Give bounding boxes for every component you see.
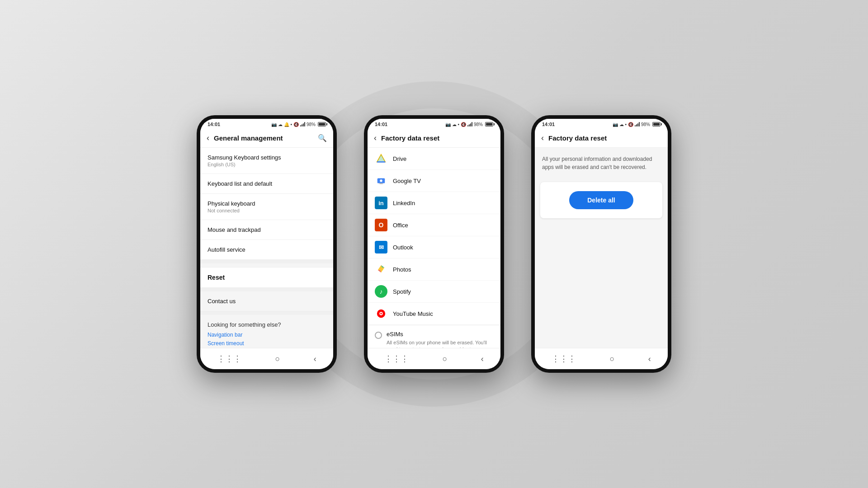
- settings-item-autofill[interactable]: Autofill service: [200, 240, 333, 260]
- phone1-nav-back[interactable]: ‹: [305, 352, 326, 366]
- phone2-nav-header: ‹ Factory data reset: [368, 129, 500, 148]
- phone1-nav-menu[interactable]: ⋮⋮⋮: [208, 352, 250, 366]
- phone1-divider2: [200, 288, 333, 291]
- phone1-icons: 📷 ☁ 🔔 •: [271, 122, 292, 127]
- phone1-settings-list: Samsung Keyboard settings English (US) K…: [200, 148, 333, 260]
- phone2-screen: 14:01 📷 ☁ • 🔇 98%: [368, 119, 500, 369]
- phone1-content: Samsung Keyboard settings English (US) K…: [200, 148, 333, 348]
- phone3-delete-all-button[interactable]: Delete all: [569, 191, 633, 209]
- googletv-icon: [375, 174, 387, 187]
- looking-link-screen-timeout[interactable]: Screen timeout: [208, 340, 326, 347]
- photos-label: Photos: [393, 266, 411, 273]
- drive-icon: [375, 152, 387, 165]
- phone1-page-title: General management: [214, 134, 318, 142]
- phone3-nav-bottom: ⋮⋮⋮ ○ ‹: [535, 348, 668, 369]
- phone1-nav-home[interactable]: ○: [266, 352, 289, 366]
- phone3-info-text: All your personal information and downlo…: [542, 155, 660, 171]
- samsung-keyboard-subtitle: English (US): [208, 162, 326, 167]
- phone3-status-icons: 📷 ☁ • 🔇 98%: [613, 122, 660, 127]
- phone2-time: 14:01: [375, 122, 387, 127]
- phone1-status-icons: 📷 ☁ 🔔 • 🔇 98%: [271, 122, 326, 127]
- ytmusic-icon: [375, 307, 387, 320]
- phone1-battery-text: 98%: [307, 122, 316, 127]
- app-item-drive[interactable]: Drive: [368, 148, 500, 170]
- phone1: 14:01 📷 ☁ 🔔 • 🔇 98%: [197, 115, 337, 373]
- phone2-status-bar: 14:01 📷 ☁ • 🔇 98%: [368, 119, 500, 129]
- esims-content: eSIMs All eSIMs on your phone will be er…: [387, 331, 493, 348]
- settings-item-physical-keyboard[interactable]: Physical keyboard Not connected: [200, 194, 333, 220]
- phone3-nav-menu[interactable]: ⋮⋮⋮: [542, 352, 585, 366]
- app-item-outlook[interactable]: ✉ Outlook: [368, 236, 500, 258]
- physical-keyboard-subtitle: Not connected: [208, 208, 326, 213]
- phone2: 14:01 📷 ☁ • 🔇 98%: [364, 115, 504, 373]
- phone1-reset-title: Reset: [208, 274, 326, 281]
- office-label: Office: [393, 222, 408, 229]
- esims-header: eSIMs All eSIMs on your phone will be er…: [375, 331, 493, 348]
- spotify-icon: ♪: [375, 285, 387, 298]
- phone1-back-button[interactable]: ‹: [207, 133, 209, 143]
- phone3-page-title: Factory data reset: [548, 134, 661, 142]
- photos-icon: [375, 263, 387, 276]
- autofill-title: Autofill service: [208, 246, 326, 253]
- esims-desc: All eSIMs on your phone will be erased. …: [387, 339, 493, 348]
- svg-rect-4: [379, 183, 382, 184]
- phone3-battery-icon: [652, 122, 660, 127]
- phone2-icons: 📷 ☁ •: [445, 122, 459, 127]
- phone3-screen: 14:01 📷 ☁ • 🔇 98%: [535, 119, 668, 369]
- phone2-status-icons: 📷 ☁ • 🔇 98%: [445, 122, 493, 127]
- phone1-search-button[interactable]: 🔍: [318, 134, 327, 142]
- phone2-esims-section: eSIMs All eSIMs on your phone will be er…: [368, 325, 500, 348]
- phone2-app-list: Drive Google TV in LinkedIn: [368, 148, 500, 325]
- phone3-delete-confirm-box: Delete all: [540, 182, 662, 218]
- phone2-battery-text: 98%: [474, 122, 483, 127]
- settings-item-samsung-keyboard[interactable]: Samsung Keyboard settings English (US): [200, 148, 333, 174]
- phone1-screen: 14:01 📷 ☁ 🔔 • 🔇 98%: [200, 119, 333, 369]
- phone1-divider1: [200, 260, 333, 263]
- phone3: 14:01 📷 ☁ • 🔇 98%: [531, 115, 671, 373]
- phone2-nav-menu[interactable]: ⋮⋮⋮: [375, 352, 418, 366]
- app-item-spotify[interactable]: ♪ Spotify: [368, 281, 500, 303]
- esims-radio[interactable]: [375, 332, 382, 339]
- phone1-contact-section[interactable]: Contact us: [200, 291, 333, 311]
- spotify-label: Spotify: [393, 288, 411, 295]
- phone3-time: 14:01: [542, 122, 555, 127]
- phone1-looking-section: Looking for something else? Navigation b…: [200, 315, 333, 348]
- phone2-nav-bottom: ⋮⋮⋮ ○ ‹: [368, 348, 500, 369]
- app-item-linkedin[interactable]: in LinkedIn: [368, 192, 500, 214]
- looking-link-navbar[interactable]: Navigation bar: [208, 332, 326, 338]
- phone1-mute: 🔇: [293, 122, 299, 127]
- phone3-content: All your personal information and downlo…: [535, 148, 668, 348]
- settings-item-mouse-trackpad[interactable]: Mouse and trackpad: [200, 220, 333, 240]
- phone2-nav-back[interactable]: ‹: [472, 352, 493, 366]
- phone3-nav-back[interactable]: ‹: [639, 352, 660, 366]
- phone3-signal: [635, 122, 640, 127]
- keyboard-list-title: Keyboard list and default: [208, 180, 326, 187]
- ytmusic-label: YouTube Music: [393, 310, 433, 317]
- svg-point-5: [380, 179, 382, 182]
- phone3-back-button[interactable]: ‹: [541, 133, 544, 143]
- phone1-status-bar: 14:01 📷 ☁ 🔔 • 🔇 98%: [200, 119, 333, 129]
- outlook-icon: ✉: [375, 241, 387, 253]
- googletv-label: Google TV: [393, 178, 421, 184]
- phone2-back-button[interactable]: ‹: [374, 133, 377, 143]
- phone1-reset-section[interactable]: Reset: [200, 267, 333, 288]
- app-item-googletv[interactable]: Google TV: [368, 170, 500, 192]
- app-item-ytmusic[interactable]: YouTube Music: [368, 303, 500, 325]
- svg-point-8: [380, 313, 382, 314]
- phone3-nav-home[interactable]: ○: [601, 352, 624, 366]
- phone3-factory-info: All your personal information and downlo…: [535, 148, 668, 178]
- phone3-mute: 🔇: [628, 122, 633, 127]
- app-item-photos[interactable]: Photos: [368, 258, 500, 281]
- phone1-nav-header: ‹ General management 🔍: [200, 129, 333, 148]
- phone3-icons: 📷 ☁ •: [613, 122, 627, 127]
- app-item-office[interactable]: O Office: [368, 214, 500, 236]
- samsung-keyboard-title: Samsung Keyboard settings: [208, 154, 326, 161]
- phone2-nav-home[interactable]: ○: [434, 352, 457, 366]
- physical-keyboard-title: Physical keyboard: [208, 200, 326, 207]
- contact-us-title: Contact us: [208, 298, 326, 305]
- mouse-trackpad-title: Mouse and trackpad: [208, 226, 326, 233]
- settings-item-keyboard-list[interactable]: Keyboard list and default: [200, 174, 333, 194]
- esims-title: eSIMs: [387, 331, 493, 338]
- phone1-time: 14:01: [208, 122, 220, 127]
- phone3-battery-text: 98%: [641, 122, 650, 127]
